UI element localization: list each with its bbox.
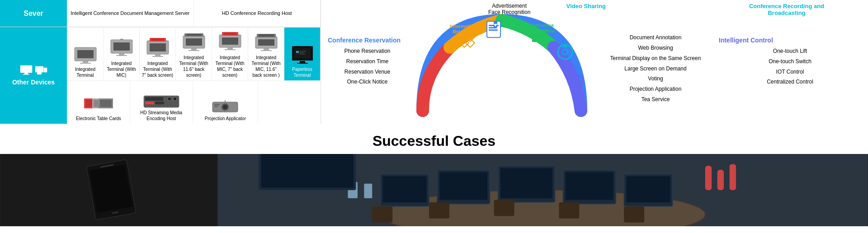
conf-reservation-venue: Reservation Venue	[328, 67, 407, 77]
svg-line-87	[572, 77, 573, 78]
encoding-host-icon	[143, 95, 179, 108]
svg-rect-53	[100, 100, 112, 107]
intelligent-control-feature: Intelligent Control One-touch Lift One-t…	[712, 2, 863, 121]
projection-app: Projection Application	[630, 84, 682, 94]
svg-rect-27	[189, 50, 199, 51]
successful-cases-section: Successful Cases	[0, 124, 868, 231]
svg-rect-77	[532, 34, 548, 37]
svg-rect-59	[155, 102, 164, 104]
terminal-mic-7-icon	[218, 30, 242, 53]
svg-rect-69	[489, 29, 498, 31]
svg-rect-4	[44, 68, 47, 72]
svg-rect-114	[559, 202, 579, 219]
svg-rect-13	[116, 55, 127, 56]
svg-rect-5	[37, 72, 42, 75]
svg-rect-117	[717, 170, 724, 190]
svg-text:Information: Information	[450, 23, 477, 29]
devices-grid: Integrated Terminal Int	[67, 27, 321, 124]
table-cards-icon	[83, 95, 114, 114]
svg-rect-111	[372, 206, 392, 223]
tea-service: Tea Service	[642, 94, 670, 105]
svg-rect-43	[300, 51, 306, 52]
devices-row-area: Other Devices Integrated Terminal	[0, 27, 321, 124]
device-terminal-7back: Integrated Terminal (With 7'' back scree…	[140, 27, 176, 80]
svg-rect-113	[494, 200, 514, 216]
svg-rect-39	[261, 50, 272, 51]
svg-text:Releasse: Releasse	[453, 29, 474, 34]
svg-rect-21	[152, 56, 163, 57]
terminal-mic-11-icon	[255, 33, 278, 53]
center-features: Document Annotation Web Browsing Termina…	[599, 16, 712, 121]
svg-rect-35	[258, 39, 274, 46]
server-item-2: HD Conference Recording Host	[194, 0, 321, 27]
svg-rect-3	[35, 66, 43, 72]
successful-cases-title: Successful Cases	[0, 128, 868, 154]
projection-icon	[212, 99, 239, 114]
svg-text:Conference: Conference	[527, 23, 554, 28]
server-item-1: Intelligent Conference Document Manageme…	[67, 0, 194, 27]
arch-diagram: Information Releasse Conference Reservat…	[409, 2, 599, 121]
device-terminal-mic-11: Integrated Terminal (With MIC, 11.6'' ba…	[248, 27, 284, 80]
svg-rect-116	[705, 166, 712, 190]
other-devices-icons	[20, 65, 47, 75]
svg-rect-20	[155, 54, 160, 56]
diagram-right-area: Advertisement Face Recognition Video Sha…	[321, 0, 868, 124]
server-items-area: Intelligent Conference Document Manageme…	[67, 0, 321, 27]
svg-rect-29	[222, 37, 238, 45]
svg-line-88	[580, 85, 581, 86]
svg-rect-25	[186, 34, 202, 36]
svg-rect-17	[150, 43, 166, 51]
svg-rect-26	[191, 48, 197, 50]
svg-rect-31	[224, 33, 236, 35]
terminal-7back-icon	[146, 37, 170, 59]
centralized-control: Centralized Control	[719, 77, 861, 87]
svg-rect-104	[439, 172, 487, 200]
svg-rect-102	[383, 176, 427, 202]
server-row: Sever Intelligent Conference Document Ma…	[0, 0, 321, 27]
svg-point-56	[168, 97, 171, 101]
svg-rect-96	[89, 164, 132, 213]
svg-rect-12	[119, 53, 124, 55]
device-integrated-terminal: Integrated Terminal	[67, 27, 104, 80]
terminal-display: Terminal Display on the Same Screen	[610, 53, 701, 64]
device-empty-1	[258, 81, 321, 124]
svg-rect-41	[294, 48, 311, 58]
svg-rect-2	[23, 74, 29, 75]
svg-rect-33	[225, 49, 236, 50]
device-table-cards: Electronic Table Cards	[67, 81, 130, 124]
terminal-icon	[74, 47, 97, 65]
svg-rect-120	[364, 184, 372, 198]
large-screen: Large Screen on Demand	[624, 64, 686, 74]
devices-icon	[35, 65, 47, 75]
device-paperless-terminal: Paperless Terminal	[284, 27, 321, 80]
svg-rect-46	[300, 61, 305, 63]
case-conf-room-svg	[218, 154, 868, 226]
conf-reservation-title: Conference Reservation	[328, 37, 407, 44]
case-device-svg	[64, 158, 154, 222]
svg-rect-11	[113, 42, 130, 51]
svg-rect-122	[261, 154, 354, 188]
conf-reservation-phone: Phone Reservation	[328, 46, 407, 56]
svg-rect-55	[145, 97, 163, 101]
other-devices-text: Other Devices	[12, 79, 55, 86]
cases-images-strip	[0, 154, 868, 226]
svg-rect-112	[429, 202, 449, 219]
svg-rect-23	[186, 38, 202, 46]
svg-line-90	[580, 77, 581, 78]
conf-reservation-feature: Conference Reservation Phone Reservation…	[326, 2, 409, 121]
svg-rect-0	[20, 65, 32, 73]
svg-rect-9	[80, 63, 91, 64]
svg-rect-110	[627, 176, 670, 202]
svg-rect-32	[227, 47, 233, 49]
svg-rect-38	[264, 48, 269, 50]
svg-text:Reservation: Reservation	[526, 28, 555, 33]
web-browsing: Web Browsing	[638, 43, 673, 53]
svg-rect-118	[730, 164, 736, 190]
svg-rect-108	[566, 172, 613, 200]
svg-rect-1	[24, 73, 28, 74]
svg-rect-42	[296, 51, 299, 53]
svg-point-57	[173, 97, 177, 101]
device-projection: Projection Applicator	[193, 81, 258, 124]
monitor-icon	[20, 65, 33, 75]
svg-rect-58	[145, 102, 154, 104]
